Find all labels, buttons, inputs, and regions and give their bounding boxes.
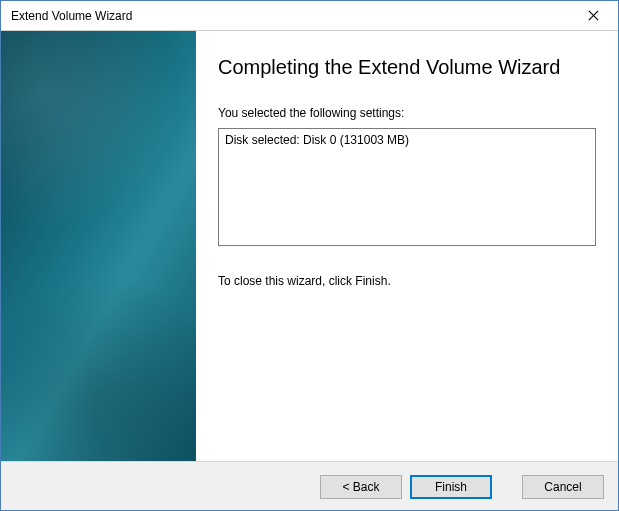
settings-listbox[interactable]: Disk selected: Disk 0 (131003 MB): [218, 128, 596, 246]
button-bar: < Back Finish Cancel: [1, 461, 618, 511]
close-button[interactable]: [571, 2, 616, 30]
cancel-button[interactable]: Cancel: [522, 475, 604, 499]
back-button[interactable]: < Back: [320, 475, 402, 499]
page-heading: Completing the Extend Volume Wizard: [218, 55, 596, 80]
wizard-banner: [1, 31, 196, 461]
intro-text: You selected the following settings:: [218, 106, 596, 120]
finish-button[interactable]: Finish: [410, 475, 492, 499]
title-bar: Extend Volume Wizard: [1, 1, 618, 31]
wizard-content: Completing the Extend Volume Wizard You …: [196, 31, 618, 461]
settings-line: Disk selected: Disk 0 (131003 MB): [225, 133, 589, 147]
window-title: Extend Volume Wizard: [11, 9, 132, 23]
close-icon: [588, 10, 599, 21]
closing-text: To close this wizard, click Finish.: [218, 274, 596, 288]
wizard-body: Completing the Extend Volume Wizard You …: [1, 31, 618, 461]
